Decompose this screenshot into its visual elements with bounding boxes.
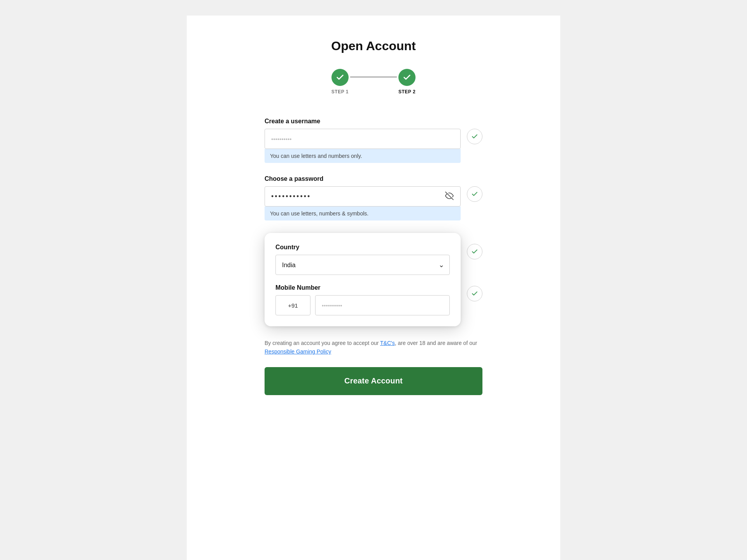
mobile-label: Mobile Number [275, 284, 450, 291]
password-hint: You can use letters, numbers & symbols. [265, 206, 461, 220]
password-check-icon [471, 191, 478, 198]
step-1-circle [331, 69, 349, 86]
username-check-icon [471, 133, 478, 140]
country-select[interactable]: India United Kingdom Australia Canada [275, 255, 450, 275]
stepper: STEP 1 STEP 2 [202, 69, 545, 94]
username-valid-indicator [467, 129, 482, 144]
password-input-wrapper [265, 186, 461, 206]
country-section: Country India United Kingdom Australia C… [275, 244, 450, 275]
username-field-group: Create a username You can use letters an… [265, 118, 482, 163]
card-check-column [467, 233, 482, 301]
password-label: Choose a password [265, 175, 461, 182]
step-2-circle [398, 69, 416, 86]
country-label: Country [275, 244, 450, 251]
username-input[interactable] [265, 129, 461, 149]
phone-prefix: +91 [275, 295, 310, 315]
step-2-label: STEP 2 [398, 89, 416, 94]
step-1-check-icon [336, 73, 344, 82]
username-label: Create a username [265, 118, 461, 125]
phone-number-input[interactable] [315, 295, 450, 315]
country-mobile-row: Country India United Kingdom Australia C… [265, 233, 482, 339]
page-container: Open Account STEP 1 STEP 2 Creat [187, 16, 560, 560]
mobile-input-row: +91 [275, 295, 450, 315]
eye-slash-icon [445, 192, 454, 200]
legal-text: By creating an account you agree to acce… [265, 339, 482, 356]
password-field-group: Choose a password You can use letters, n… [265, 175, 482, 220]
toggle-password-button[interactable] [444, 190, 455, 203]
page-title: Open Account [202, 39, 545, 53]
password-valid-indicator [467, 186, 482, 202]
password-field-content: Choose a password You can use letters, n… [265, 175, 461, 220]
legal-text-middle: , are over 18 and are aware of our [395, 340, 477, 346]
form-area: Create a username You can use letters an… [265, 118, 482, 395]
step-1-item: STEP 1 [331, 69, 349, 94]
country-check-icon [471, 248, 478, 255]
mobile-check-icon [471, 290, 478, 297]
step-1-label: STEP 1 [331, 89, 349, 94]
tc-link[interactable]: T&C's [380, 340, 395, 346]
create-account-button[interactable]: Create Account [265, 367, 482, 395]
step-2-item: STEP 2 [398, 69, 416, 94]
step-2-check-icon [403, 73, 411, 82]
responsible-gaming-link[interactable]: Responsible Gaming Policy [265, 348, 331, 355]
step-connector [350, 77, 397, 77]
country-mobile-card: Country India United Kingdom Australia C… [265, 233, 461, 326]
legal-text-before: By creating an account you agree to acce… [265, 340, 380, 346]
username-hint: You can use letters and numbers only. [265, 149, 461, 163]
mobile-section: Mobile Number +91 [275, 284, 450, 315]
password-input[interactable] [265, 186, 461, 206]
username-field-content: Create a username You can use letters an… [265, 118, 461, 163]
country-select-wrapper: India United Kingdom Australia Canada ⌄ [275, 255, 450, 275]
country-valid-indicator [467, 244, 482, 259]
username-input-wrapper [265, 129, 461, 149]
mobile-valid-indicator [467, 286, 482, 301]
